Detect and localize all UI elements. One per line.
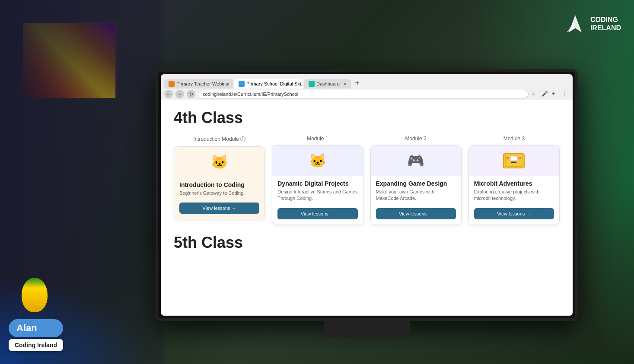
module-label-1: Module 1 xyxy=(272,136,363,142)
menu-icon[interactable]: ⋮ xyxy=(562,91,569,98)
ci-logo-icon xyxy=(564,13,586,35)
tab-label-1: Primary Teacher Webinar · xyxy=(176,81,233,86)
monitor-frame: Primary Teacher Webinar · ✕ Primary Scho… xyxy=(156,69,578,321)
monitor-screen: Primary Teacher Webinar · ✕ Primary Scho… xyxy=(161,74,573,316)
refresh-button[interactable]: ↻ xyxy=(187,90,195,98)
module-desc-3: Exploring creative projects with microbi… xyxy=(474,189,554,202)
module-body-1: Dynamic Digital Projects Design Interact… xyxy=(272,176,363,225)
tab-icon-2 xyxy=(239,81,245,87)
ci-logo-line1: CODING xyxy=(590,16,621,24)
svg-point-4 xyxy=(511,161,513,163)
name-badge: Alan Coding Ireland xyxy=(9,319,63,351)
module-name-1: Dynamic Digital Projects xyxy=(277,180,357,187)
module-col-2: Module 2 🎮 Expanding Game Design Make yo… xyxy=(370,136,462,225)
mic-icon[interactable]: 🎤 xyxy=(542,91,548,98)
class-5-title: 5th Class xyxy=(174,234,560,252)
bookmark-icon[interactable]: ☆ xyxy=(531,91,538,98)
class-4-title: 4th Class xyxy=(174,109,560,127)
right-ambient-glow xyxy=(569,0,634,364)
scratch-cat-icon-intro: 🐱 xyxy=(211,154,228,170)
monitor-container: Primary Teacher Webinar · ✕ Primary Scho… xyxy=(156,69,578,321)
browser-tab-2[interactable]: Primary School Digital Ski... ✕ xyxy=(234,79,303,89)
new-tab-button[interactable]: + xyxy=(352,77,363,89)
module-desc-1: Design Interactive Stories and Games Thr… xyxy=(277,189,357,202)
module-name-2: Expanding Game Design xyxy=(376,180,456,187)
back-button[interactable]: ← xyxy=(164,90,173,98)
svg-rect-3 xyxy=(510,156,517,161)
organization-label: Coding Ireland xyxy=(9,339,63,351)
module-card-intro: 🐱 Introduction to Coding Beginner's Gate… xyxy=(174,146,265,219)
toolbar-icons: ☆ 🎤 + ⋮ xyxy=(531,91,569,98)
view-lessons-btn-intro[interactable]: View lessons → xyxy=(179,203,259,214)
module-card-2: 🎮 Expanding Game Design Make your own Ga… xyxy=(370,145,462,225)
scratch-cat-icon-1: 🐱 xyxy=(309,152,326,169)
module-thumb-2: 🎮 xyxy=(371,146,461,176)
svg-point-6 xyxy=(515,161,516,163)
module-body-3: Microbit Adventures Exploring creative p… xyxy=(469,176,559,225)
tab-icon-1 xyxy=(169,81,175,87)
url-text: codingireland.ie/Curriculum/IE/PrimarySc… xyxy=(203,92,298,97)
gamepad-icon-2: 🎮 xyxy=(407,152,424,169)
microbit-icon xyxy=(503,153,525,168)
module-label-intro: Introduction Module ⓘ xyxy=(174,136,265,143)
module-desc-intro: Beginner's Gateway to Coding. xyxy=(179,190,259,196)
browser-tab-3[interactable]: Dashboard ✕ xyxy=(304,79,351,89)
module-label-2: Module 2 xyxy=(370,136,462,142)
module-body-intro: Introduction to Coding Beginner's Gatewa… xyxy=(174,177,264,219)
browser-toolbar: ← → ↻ codingireland.ie/Curriculum/IE/Pri… xyxy=(161,89,573,100)
zoom-icon[interactable]: + xyxy=(552,91,559,98)
browser-tab-1[interactable]: Primary Teacher Webinar · ✕ xyxy=(164,79,233,89)
module-body-2: Expanding Game Design Make your own Game… xyxy=(371,176,461,225)
page-content: 4th Class Introduction Module ⓘ 🐱 Introd… xyxy=(161,100,573,316)
browser-tabs: Primary Teacher Webinar · ✕ Primary Scho… xyxy=(161,74,573,89)
module-name-intro: Introduction to Coding xyxy=(179,181,259,188)
module-col-1: Module 1 🐱 Dynamic Digital Projects Desi… xyxy=(272,136,363,225)
presenter-name: Alan xyxy=(9,319,63,337)
coding-ireland-logo: CODING IRELAND xyxy=(564,13,621,35)
view-lessons-btn-2[interactable]: View lessons → xyxy=(376,208,456,219)
forward-button[interactable]: → xyxy=(175,90,184,98)
module-col-intro: Introduction Module ⓘ 🐱 Introduction to … xyxy=(174,136,265,225)
module-thumb-1: 🐱 xyxy=(272,146,363,176)
view-lessons-btn-1[interactable]: View lessons → xyxy=(277,208,357,219)
module-card-3: Microbit Adventures Exploring creative p… xyxy=(468,145,560,225)
module-col-3: Module 3 xyxy=(468,136,560,225)
svg-point-1 xyxy=(507,157,509,159)
svg-point-5 xyxy=(513,161,515,163)
browser-chrome: Primary Teacher Webinar · ✕ Primary Scho… xyxy=(161,74,573,100)
ci-logo-text: CODING IRELAND xyxy=(590,16,621,32)
tab-icon-3 xyxy=(309,81,315,87)
module-desc-2: Make your own Games with MakeCode Arcade… xyxy=(376,189,456,202)
view-lessons-btn-3[interactable]: View lessons → xyxy=(474,208,554,219)
monitor-stand xyxy=(324,321,410,338)
svg-point-2 xyxy=(519,157,521,159)
module-label-3: Module 3 xyxy=(468,136,560,142)
module-thumb-intro: 🐱 xyxy=(174,147,264,177)
ci-logo-line2: IRELAND xyxy=(590,24,621,32)
module-card-1: 🐱 Dynamic Digital Projects Design Intera… xyxy=(272,145,363,225)
tab-close-3[interactable]: ✕ xyxy=(343,82,347,86)
tab-label-3: Dashboard xyxy=(316,81,340,86)
modules-grid: Introduction Module ⓘ 🐱 Introduction to … xyxy=(174,136,560,225)
address-bar[interactable]: codingireland.ie/Curriculum/IE/PrimarySc… xyxy=(198,90,529,98)
module-name-3: Microbit Adventures xyxy=(474,180,554,187)
module-thumb-3 xyxy=(469,146,559,176)
tab-label-2: Primary School Digital Ski... xyxy=(246,81,303,86)
pineapple-decoration xyxy=(22,278,48,312)
